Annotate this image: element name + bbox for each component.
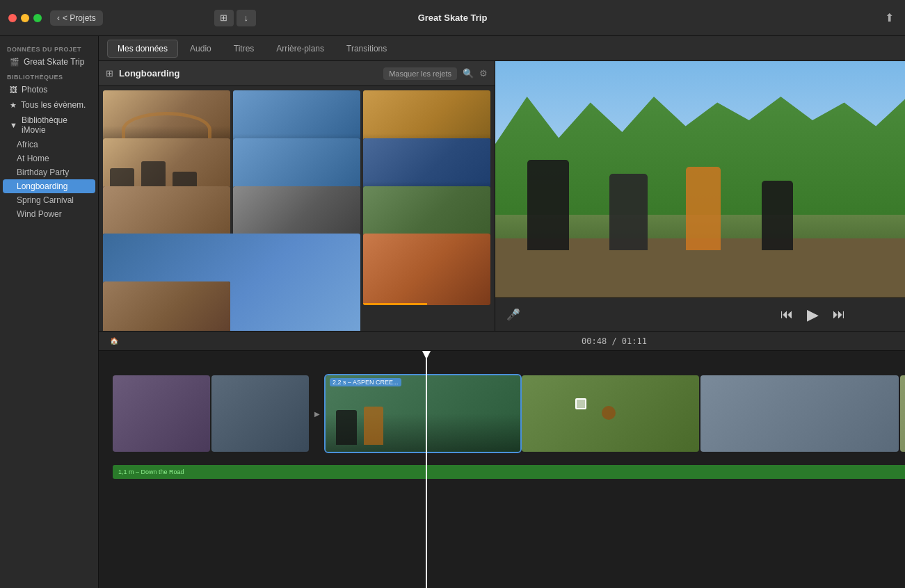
- playhead[interactable]: [426, 351, 427, 588]
- timeline-clip-1[interactable]: [113, 375, 210, 452]
- download-button[interactable]: ↓: [237, 10, 256, 26]
- media-thumb-12[interactable]: [103, 281, 230, 331]
- share-icon[interactable]: ⬆: [885, 11, 894, 24]
- titlebar-actions: ⬆: [885, 11, 905, 24]
- timeline-header: 🏠 00:48 / 01:11 Réglages: [99, 332, 905, 351]
- skip-back-button[interactable]: ⏮: [780, 307, 793, 322]
- sidebar-item-photos[interactable]: 🖼 Photos: [3, 82, 95, 97]
- view-buttons: ⊞ ↓: [214, 10, 256, 26]
- media-browser-title: Longboarding: [119, 68, 378, 79]
- chevron-down-icon: ▼: [10, 121, 17, 129]
- fullscreen-button[interactable]: [33, 14, 42, 22]
- project-name: Great Skate Trip: [24, 57, 84, 67]
- sidebar-section-projet: DONNÉES DU PROJET: [0, 42, 98, 54]
- sidebar-item-project[interactable]: 🎬 Great Skate Trip: [3, 54, 95, 70]
- sidebar-section-bibliotheques: BIBLIOTHÈQUES: [0, 70, 98, 82]
- timeline-clips: ▶ 2,2 s – ASPEN CREE...: [99, 365, 905, 462]
- window-title: Great Skate Trip: [418, 13, 488, 23]
- media-settings-icon[interactable]: ⚙: [479, 68, 488, 79]
- film-icon: 🎬: [10, 58, 19, 67]
- star-icon: ★: [10, 101, 17, 110]
- tab-arrieres-plans[interactable]: Arrière-plans: [266, 40, 335, 58]
- audio-clip-label: 1,1 m – Down the Road: [118, 468, 184, 475]
- sidebar-item-wind-power[interactable]: Wind Power: [3, 207, 95, 221]
- timeline-clip-6[interactable]: [900, 375, 905, 452]
- timeline-clip-3[interactable]: 2,2 s – ASPEN CREE...: [326, 375, 520, 452]
- sidebar-item-longboarding[interactable]: Longboarding: [3, 179, 95, 193]
- all-events-label: Tous les évènem.: [21, 100, 86, 110]
- sidebar: DONNÉES DU PROJET 🎬 Great Skate Trip BIB…: [0, 36, 99, 588]
- timeline-area: 🏠 00:48 / 01:11 Réglages: [99, 331, 905, 588]
- sidebar-item-all-events[interactable]: ★ Tous les évènem.: [3, 97, 95, 113]
- tab-titres[interactable]: Titres: [223, 40, 265, 58]
- minimize-button[interactable]: [21, 14, 29, 22]
- imovie-library-label: Bibliothèque iMovie: [22, 115, 88, 135]
- photos-icon: 🖼: [10, 85, 17, 94]
- timeline-clip-2[interactable]: [211, 375, 309, 452]
- media-browser-header: ⊞ Longboarding Masquer les rejets 🔍 ⚙: [99, 61, 495, 86]
- sidebar-item-at-home[interactable]: At Home: [3, 152, 95, 165]
- filter-button[interactable]: Masquer les rejets: [383, 67, 457, 80]
- sidebar-item-birthday-party[interactable]: Birthday Party: [3, 165, 95, 179]
- main-layout: DONNÉES DU PROJET 🎬 Great Skate Trip BIB…: [0, 36, 905, 588]
- grid-toggle-icon[interactable]: ⊞: [106, 68, 113, 79]
- search-icon[interactable]: 🔍: [463, 68, 474, 79]
- transition-icon-1[interactable]: ▶: [310, 375, 324, 452]
- tab-audio[interactable]: Audio: [179, 40, 222, 58]
- audio-track: 1,1 m – Down the Road: [99, 462, 905, 482]
- content-area: Mes données Audio Titres Arrière-plans T…: [99, 36, 905, 588]
- sidebar-item-imovie-library[interactable]: ▼ Bibliothèque iMovie: [3, 113, 95, 138]
- timeline-clip-5[interactable]: [700, 375, 899, 452]
- tab-transitions[interactable]: Transitions: [336, 40, 397, 58]
- chevron-left-icon: ‹: [57, 13, 60, 23]
- middle-area: ⊞ Longboarding Masquer les rejets 🔍 ⚙: [99, 61, 905, 331]
- microphone-button[interactable]: 🎤: [506, 308, 520, 321]
- clip-label-3: 2,2 s – ASPEN CREE...: [330, 378, 401, 386]
- timecode-display: 00:48 / 01:11: [582, 336, 647, 346]
- skip-forward-button[interactable]: ⏭: [833, 307, 845, 322]
- sidebar-item-spring-carnival[interactable]: Spring Carnival: [3, 193, 95, 207]
- preview-controls: 🎤 ⏮ ▶ ⏭ ⤢: [495, 297, 905, 331]
- zoom-out-icon[interactable]: 🏠: [110, 337, 118, 345]
- tab-mes-donnees[interactable]: Mes données: [107, 40, 178, 58]
- titlebar: ‹ < Projets ⊞ ↓ Great Skate Trip ⬆: [0, 0, 905, 36]
- timeline-track-area[interactable]: ▶ 2,2 s – ASPEN CREE...: [99, 351, 905, 588]
- close-button[interactable]: [8, 14, 17, 22]
- sidebar-item-africa[interactable]: Africa: [3, 138, 95, 152]
- traffic-lights: [0, 14, 42, 22]
- media-browser: ⊞ Longboarding Masquer les rejets 🔍 ⚙: [99, 61, 495, 331]
- media-grid: 11,5 s: [99, 86, 495, 331]
- audio-clip-1[interactable]: 1,1 m – Down the Road: [113, 465, 905, 479]
- projects-button[interactable]: ‹ < Projets: [50, 10, 103, 26]
- preview-video: ASPEN CREEK: [495, 61, 905, 297]
- preview-panel: ASPEN CREEK 🎤 ⏮ ▶ ⏭ ⤢: [495, 61, 905, 331]
- photos-label: Photos: [22, 85, 47, 95]
- grid-view-button[interactable]: ⊞: [214, 10, 234, 26]
- play-button[interactable]: ▶: [807, 306, 819, 324]
- tabbar: Mes données Audio Titres Arrière-plans T…: [99, 36, 905, 61]
- media-thumb-11[interactable]: [363, 234, 490, 305]
- timeline-clip-4[interactable]: [522, 375, 699, 452]
